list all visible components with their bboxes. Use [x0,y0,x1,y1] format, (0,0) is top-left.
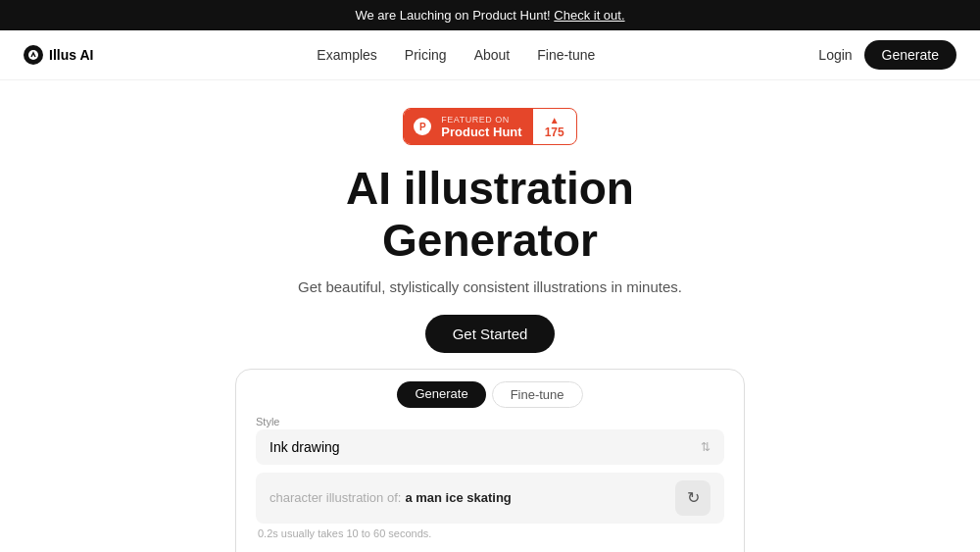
nav-finetune[interactable]: Fine-tune [537,47,595,63]
nav-right: Login Generate [818,40,956,70]
banner-link[interactable]: Check it out. [554,8,624,23]
hero-title-line2: Generator [382,215,598,266]
hero-title-line1: AI illustration [346,163,634,214]
ph-vote-count: 175 [545,125,564,139]
hero-section: P FEATURED ON Product Hunt ▲ 175 AI illu… [0,80,980,552]
ph-right: ▲ 175 [532,109,576,144]
logo-text: Illus AI [49,47,93,63]
product-hunt-badge[interactable]: P FEATURED ON Product Hunt ▲ 175 [403,108,576,145]
nav-pricing[interactable]: Pricing [405,47,447,63]
top-banner: We are Lauching on Product Hunt! Check i… [0,0,980,30]
style-field: Style Ink drawing ⇅ [256,416,724,465]
generate-small-button[interactable]: ↻ [675,480,710,516]
hero-title: AI illustration Generator [346,163,634,267]
logo-icon [24,45,43,65]
prompt-field: character illustration of: a man ice ska… [256,473,724,539]
demo-tabs: Generate Fine-tune [236,370,744,416]
logo[interactable]: Illus AI [24,45,93,65]
ph-featured-text: FEATURED ON [441,115,521,125]
tab-finetune[interactable]: Fine-tune [492,381,583,408]
ph-name: Product Hunt [441,125,521,139]
style-dropdown-icon: ⇅ [701,440,710,454]
processing-hint: 0.2s usually takes 10 to 60 seconds. [256,527,724,539]
ph-logo-icon: P [414,118,431,135]
hero-subtitle: Get beautiful, stylistically consistent … [298,278,682,295]
tab-generate[interactable]: Generate [397,381,485,408]
login-button[interactable]: Login [818,47,852,63]
generate-button[interactable]: Generate [864,40,956,70]
ph-left: P FEATURED ON Product Hunt [404,109,531,144]
navbar: Illus AI Examples Pricing About Fine-tun… [0,30,980,80]
nav-examples[interactable]: Examples [317,47,376,63]
style-label: Style [256,416,724,427]
prompt-prefix: character illustration of: [270,490,401,505]
ph-text-block: FEATURED ON Product Hunt [437,115,521,139]
refresh-icon: ↻ [687,488,700,507]
ph-arrow-icon: ▲ [550,115,560,125]
nav-links: Examples Pricing About Fine-tune [317,47,595,63]
demo-card: Generate Fine-tune Style Ink drawing ⇅ c… [235,369,745,552]
prompt-text[interactable]: a man ice skating [405,490,675,505]
demo-form: Style Ink drawing ⇅ character illustrati… [236,416,744,552]
banner-text: We are Lauching on Product Hunt! [355,8,554,23]
prompt-input-row[interactable]: character illustration of: a man ice ska… [256,473,724,524]
get-started-button[interactable]: Get Started [425,315,556,353]
nav-about[interactable]: About [474,47,511,63]
style-value: Ink drawing [270,439,340,455]
style-input[interactable]: Ink drawing ⇅ [256,429,724,465]
